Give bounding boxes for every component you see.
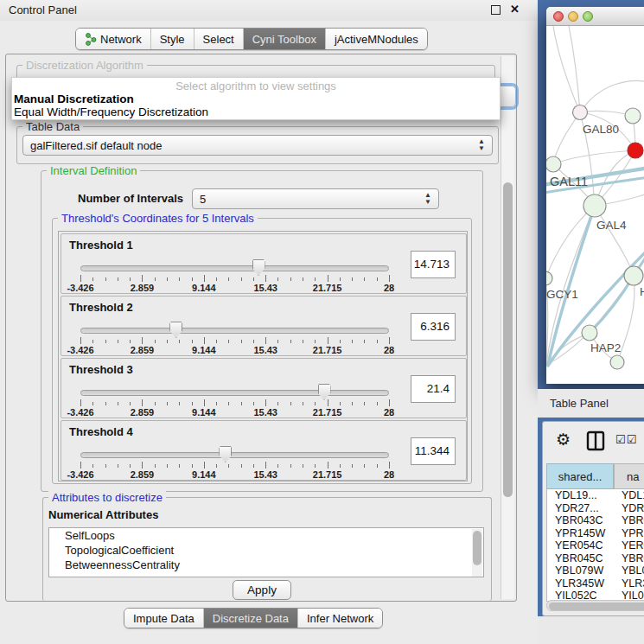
column-header-name[interactable]: na (614, 463, 644, 489)
tab-cyni-toolbox[interactable]: Cyni Toolbox (244, 29, 326, 49)
numerical-attributes-list[interactable]: SelfLoopsTopologicalCoefficientBetweenne… (48, 527, 484, 577)
node-red-selected[interactable] (628, 143, 643, 158)
tick (167, 464, 168, 468)
gear-icon[interactable]: ⚙ (556, 430, 571, 450)
tick (142, 462, 143, 469)
network-canvas[interactable]: GAL80 GA C GAL11 GAL4 GCY1 H HAP2 (546, 26, 644, 384)
threshold-1-value-field[interactable]: 14.713 (411, 251, 456, 278)
control-panel: Control Panel ✕ Network Style Select Cyn… (0, 0, 538, 644)
network-view-window[interactable]: GAL80 GA C GAL11 GAL4 GCY1 H HAP2 (546, 7, 644, 384)
table-row[interactable]: YDR27...YDR2 (547, 502, 644, 515)
attributes-scrollbar[interactable] (472, 529, 482, 577)
close-traffic-light-icon[interactable] (553, 11, 564, 22)
table-hscrollbar[interactable] (546, 600, 644, 611)
tick (303, 277, 303, 281)
node-gcy1[interactable] (546, 271, 552, 285)
table-cell: YBR0 (614, 552, 644, 565)
threshold-2-value-field[interactable]: 6.316 (411, 313, 456, 341)
table-hscrollbar-thumb[interactable] (549, 603, 644, 610)
threshold-1-slider-thumb[interactable] (252, 259, 265, 276)
tick (241, 340, 242, 343)
table-row[interactable]: YER054CYER0 (547, 539, 644, 552)
threshold-2-slider-track[interactable] (80, 328, 389, 334)
number-of-intervals-spinner[interactable]: 5 ▲▼ (192, 188, 439, 209)
node-top-right[interactable] (625, 108, 641, 124)
column-header-shared-name[interactable]: shared... (546, 463, 614, 489)
node-gal80[interactable] (573, 105, 588, 120)
tab-impute-data[interactable]: Impute Data (124, 609, 204, 628)
tick (265, 275, 266, 282)
node-gal4[interactable] (583, 194, 606, 217)
tick (364, 464, 365, 468)
threshold-1-slider-track[interactable] (80, 265, 389, 271)
tick (216, 402, 217, 405)
bottom-tab-bar: Impute Data Discretize Data Infer Networ… (124, 608, 383, 628)
float-window-icon[interactable] (491, 5, 501, 15)
attribute-list-item[interactable]: TopologicalCoefficient (49, 543, 483, 558)
threshold-3-slider-thumb[interactable] (318, 384, 331, 400)
table-row[interactable]: YDL19...YDL1 (547, 489, 644, 502)
table-cell: YDL19... (547, 489, 614, 502)
thresholds-box: Threshold 1 -3.4262.8599.14415.4321.7152… (58, 231, 468, 481)
algorithm-placeholder-option[interactable]: Select algorithm to view settings (12, 80, 500, 92)
node-h[interactable] (624, 266, 643, 285)
threshold-4-slider-track[interactable] (80, 452, 389, 458)
table-row[interactable]: YPR145WYPR1 (547, 527, 644, 540)
algorithm-option-equal-width[interactable]: Equal Width/Frequency Discretization (14, 105, 208, 118)
network-window-titlebar[interactable] (546, 7, 644, 26)
panel-scrollbar-thumb[interactable] (503, 182, 513, 497)
close-icon[interactable]: ✕ (510, 3, 520, 16)
table-row[interactable]: YLR345WYLR3 (547, 577, 644, 590)
table-panel-title: Table Panel (550, 397, 609, 410)
table-row[interactable]: YBR043CYBR0 (547, 514, 644, 527)
checkbox-icons[interactable]: ☑☑ (615, 433, 637, 446)
threshold-3-slider-track[interactable] (80, 390, 389, 396)
threshold-4-slider-thumb[interactable] (219, 446, 232, 462)
tick (155, 464, 156, 468)
tab-jactivemnodules[interactable]: jActiveMNodules (326, 29, 427, 49)
tick-label: 9.144 (192, 283, 216, 293)
tick-label: 9.144 (192, 407, 216, 418)
tick (130, 464, 131, 468)
columns-icon[interactable] (586, 430, 605, 451)
threshold-2-row: Threshold 2 -3.4262.8599.14415.4321.7152… (61, 296, 467, 356)
table-row[interactable]: YBR045CYBR0 (547, 552, 644, 565)
tick (105, 402, 106, 405)
tab-select[interactable]: Select (194, 29, 244, 49)
table-row[interactable]: YBL079WYBL0 (547, 564, 644, 577)
apply-button[interactable]: Apply (233, 580, 291, 600)
attribute-list-item[interactable]: SelfLoops (49, 528, 483, 543)
algorithm-option-manual[interactable]: Manual Discretization (14, 92, 134, 105)
attributes-scrollbar-thumb[interactable] (473, 531, 481, 565)
tick-label: -3.426 (67, 345, 93, 355)
right-bottom-area (538, 616, 644, 644)
threshold-3-value-field[interactable]: 21.4 (411, 375, 456, 403)
tick (315, 464, 316, 468)
node-hap2[interactable] (582, 325, 597, 341)
table-cell: YLR345W (547, 577, 614, 590)
tick (204, 399, 205, 406)
table-toolbar: ⚙ ☑☑ (543, 422, 644, 462)
panel-scrollbar[interactable] (501, 56, 514, 599)
tab-network[interactable]: Network (76, 29, 151, 49)
node-gal11[interactable] (546, 156, 561, 172)
tick-label: 2.859 (131, 283, 155, 293)
threshold-2-slider-thumb[interactable] (169, 322, 182, 338)
zoom-traffic-light-icon[interactable] (583, 11, 593, 22)
tick (179, 464, 180, 468)
tab-infer-network[interactable]: Infer Network (298, 609, 382, 628)
tick (253, 277, 254, 281)
tab-style[interactable]: Style (151, 29, 194, 49)
tick-label: 15.43 (253, 345, 277, 355)
node-bottom[interactable] (610, 355, 624, 369)
minimize-traffic-light-icon[interactable] (568, 11, 578, 22)
threshold-4-value-field[interactable]: 11.344 (411, 437, 456, 465)
tick (253, 340, 254, 343)
table-data-combobox[interactable]: galFiltered.sif default node ▲▼ (22, 135, 493, 156)
node-table-body[interactable]: YDL19...YDL1YDR27...YDR2YBR043CYBR0YPR14… (546, 489, 644, 602)
tick (130, 402, 131, 405)
tick (265, 399, 266, 406)
attribute-list-item[interactable]: BetweennessCentrality (49, 558, 483, 572)
tab-discretize-data[interactable]: Discretize Data (204, 609, 298, 628)
tab-cyni-toolbox-label: Cyni Toolbox (252, 33, 316, 46)
